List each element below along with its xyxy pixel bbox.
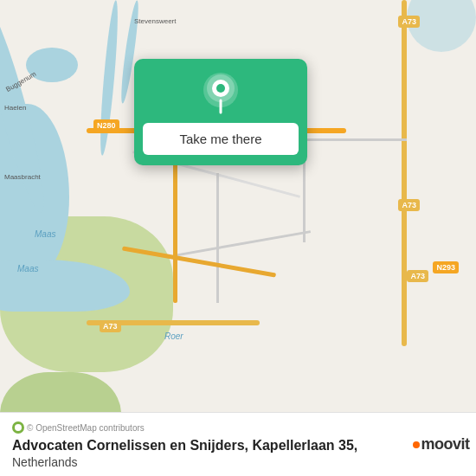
attribution-text: © OpenStreetMap contributors [27, 423, 145, 433]
moovit-dot [413, 441, 420, 448]
badge-a73-top: A73 [398, 16, 420, 28]
road-a73-right [402, 0, 407, 346]
badge-a73-bottom: A73 [100, 320, 121, 332]
address-line: Advocaten Cornelissen en Snijders, Kapel… [12, 437, 464, 455]
label-maas-top: Maas [35, 229, 55, 239]
label-haelen: Haelen [4, 104, 26, 112]
label-stevensweert: Stevensweert [134, 17, 176, 25]
label-roer: Roer [164, 331, 183, 341]
popup-card: Take me there [134, 59, 307, 165]
app-container: N280 N280 A73 A73 A73 A73 N293 Maas Maas… [0, 0, 476, 476]
country-line: Netherlands [12, 455, 464, 469]
attribution: © OpenStreetMap contributors [12, 421, 464, 434]
map-container: N280 N280 A73 A73 A73 A73 N293 Maas Maas… [0, 0, 476, 412]
badge-a73-bot-right: A73 [407, 270, 428, 282]
moovit-text: moovit [421, 435, 469, 453]
label-maas-bottom: Maas [17, 264, 38, 273]
badge-n280-left: N280 [93, 119, 119, 132]
location-pin-icon [203, 73, 238, 114]
road-local-2 [216, 173, 219, 303]
osm-icon [12, 421, 24, 434]
bottom-bar: © OpenStreetMap contributors Advocaten C… [0, 412, 476, 476]
green-area-2 [0, 372, 121, 412]
badge-a73-mid: A73 [398, 199, 420, 211]
moovit-logo-area: moovit [407, 412, 476, 476]
svg-point-3 [216, 84, 225, 93]
moovit-logo: moovit [413, 435, 469, 453]
road-local-3 [174, 230, 311, 257]
badge-n293: N293 [433, 261, 459, 273]
road-local-5 [303, 138, 407, 141]
label-maasbracht: Maasbracht [4, 173, 41, 181]
take-me-there-button[interactable]: Take me there [143, 123, 299, 155]
